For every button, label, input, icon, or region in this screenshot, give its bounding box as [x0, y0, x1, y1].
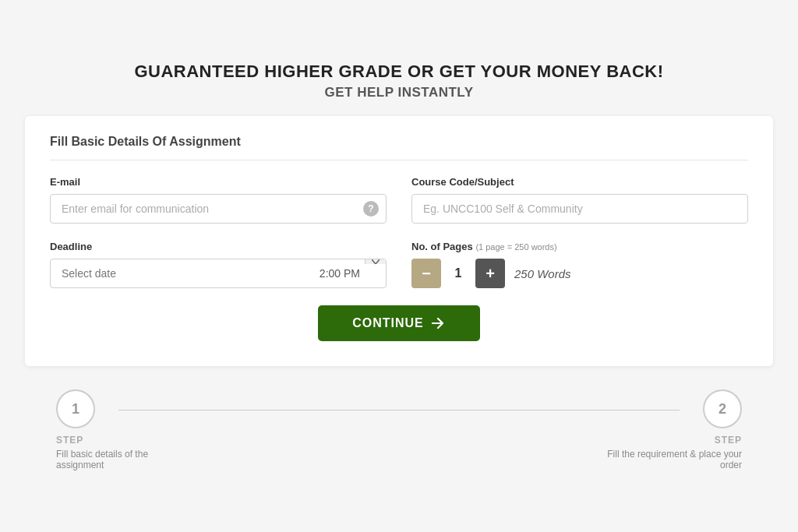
continue-button[interactable]: CONTINUE — [318, 305, 480, 341]
course-label: Course Code/Subject — [411, 176, 748, 188]
course-group: Course Code/Subject — [411, 176, 748, 224]
step-1: 1 STEP Fill basic details of the assignm… — [56, 389, 399, 470]
email-group: E-mail ? — [50, 176, 387, 224]
words-label: 250 Words — [514, 267, 571, 280]
step-1-circle: 1 — [56, 389, 95, 428]
pages-count: 1 — [450, 266, 466, 280]
main-title: GUARANTEED HIGHER GRADE OR GET YOUR MONE… — [25, 62, 773, 82]
course-input[interactable] — [411, 194, 748, 224]
steps-section: 1 STEP Fill basic details of the assignm… — [25, 389, 773, 470]
step-2-circle: 2 — [703, 389, 742, 428]
pages-label: No. of Pages (1 page = 250 words) — [411, 241, 748, 252]
form-row-1: E-mail ? Course Code/Subject — [50, 176, 748, 224]
deadline-label: Deadline — [50, 241, 387, 252]
email-label: E-mail — [50, 176, 387, 188]
pages-group: No. of Pages (1 page = 250 words) − 1 + … — [411, 241, 748, 288]
step-2-label: STEP — [715, 435, 742, 446]
step-2-description: Fill the requirement & place your order — [602, 449, 742, 470]
course-input-wrapper — [411, 194, 748, 224]
continue-btn-row: CONTINUE — [50, 305, 748, 341]
pages-control: − 1 + 250 Words — [411, 259, 748, 288]
page-wrapper: GUARANTEED HIGHER GRADE OR GET YOUR MONE… — [25, 46, 773, 486]
form-row-2: Deadline 2:00 PM No. of Pages (1 page = … — [50, 241, 748, 288]
deadline-group: Deadline 2:00 PM — [50, 241, 387, 288]
arrow-right-icon — [432, 317, 446, 329]
deadline-wrapper: 2:00 PM — [50, 259, 387, 288]
chevron-down-icon — [372, 259, 380, 264]
form-card-title: Fill Basic Details Of Assignment — [50, 135, 748, 160]
email-help-icon[interactable]: ? — [363, 201, 379, 217]
email-input[interactable] — [50, 194, 387, 224]
deadline-dropdown-btn[interactable] — [365, 259, 386, 264]
pages-minus-button[interactable]: − — [411, 259, 441, 288]
continue-btn-label: CONTINUE — [352, 316, 424, 330]
deadline-date-input[interactable] — [51, 259, 312, 287]
step-2: 2 STEP Fill the requirement & place your… — [399, 389, 742, 470]
step-1-label: STEP — [56, 435, 83, 446]
email-input-wrapper: ? — [50, 194, 387, 224]
pages-label-note: (1 page = 250 words) — [475, 242, 556, 252]
sub-title: GET HELP INSTANTLY — [25, 85, 773, 100]
deadline-time: 2:00 PM — [312, 259, 365, 287]
header-section: GUARANTEED HIGHER GRADE OR GET YOUR MONE… — [25, 62, 773, 100]
pages-plus-button[interactable]: + — [475, 259, 505, 288]
step-1-description: Fill basic details of the assignment — [56, 449, 196, 470]
form-card: Fill Basic Details Of Assignment E-mail … — [25, 116, 773, 366]
